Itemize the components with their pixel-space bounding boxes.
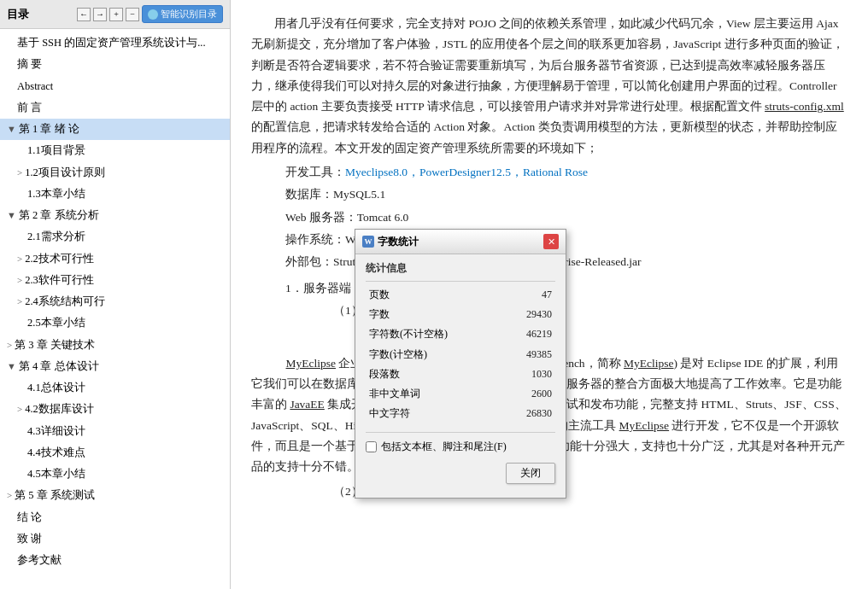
stat-label: 字符数(不计空格) [366, 324, 503, 344]
tree-toggle: > [17, 167, 22, 178]
stat-label: 字数(计空格) [366, 345, 503, 364]
stat-label: 中文字符 [366, 404, 503, 423]
dialog-body: 统计信息 页数 47 字数 29430 字符数(不计空格) 46219 字数(计… [355, 254, 566, 498]
tree-item-label: 结 论 [17, 511, 42, 523]
sidebar-title: 目录 [7, 7, 29, 22]
sidebar-item-item-ch5[interactable]: >第 5 章 系统测试 [0, 485, 230, 506]
dialog-close-x-button[interactable]: ✕ [543, 234, 559, 249]
sidebar-item-item-ch2-1[interactable]: 2.1需求分析 [0, 226, 230, 248]
sidebar-item-item-ch4-1[interactable]: 4.1总体设计 [0, 377, 230, 399]
dialog-close-button[interactable]: 关闭 [506, 463, 555, 484]
smart-btn-label: 智能识别目录 [161, 8, 217, 20]
tree-item-label: 2.2技术可行性 [25, 253, 94, 265]
tree-toggle: > [17, 296, 22, 306]
ctrl-right[interactable]: → [93, 8, 107, 21]
dialog-table-row: 页数 47 [366, 285, 555, 305]
tree-toggle: ▼ [7, 124, 16, 134]
tree-item-label: Abstract [17, 80, 53, 92]
tree-item-label: 4.5本章小结 [27, 468, 85, 480]
tree-toggle: ▼ [7, 361, 16, 371]
tree-item-label: 摘 要 [17, 58, 42, 70]
tree-toggle: > [7, 340, 12, 350]
stat-label: 页数 [366, 285, 503, 305]
sidebar-item-item-ch3[interactable]: >第 3 章 关键技术 [0, 335, 230, 356]
tree-item-label: 致 谢 [17, 533, 42, 545]
sidebar-item-item-ssh[interactable]: 基于 SSH 的固定资产管理系统设计与... [0, 32, 230, 54]
tree-item-label: 2.1需求分析 [27, 230, 85, 242]
tree-item-label: 第 5 章 系统测试 [15, 489, 95, 501]
tree-item-label: 1.1项目背景 [27, 144, 85, 156]
sidebar-item-item-ch2[interactable]: ▼第 2 章 系统分析 [0, 205, 230, 226]
sidebar-item-item-thanks[interactable]: 致 谢 [0, 528, 230, 550]
tree-toggle: > [17, 275, 22, 285]
sidebar-item-item-ch4[interactable]: ▼第 4 章 总体设计 [0, 356, 230, 377]
sidebar-item-item-ch1[interactable]: ▼第 1 章 绪 论 [0, 119, 230, 140]
sidebar-controls: ← → + − 智能识别目录 [77, 5, 223, 23]
sidebar-item-item-ch1-2[interactable]: >1.2项目设计原则 [0, 162, 230, 184]
sidebar-item-item-abstract-cn[interactable]: 摘 要 [0, 54, 230, 75]
dialog-table-row: 非中文单词 2600 [366, 384, 555, 404]
checkbox-label: 包括文本框、脚注和尾注(F) [381, 440, 507, 454]
dialog-table-row: 字数 29430 [366, 305, 555, 324]
dialog-section-label: 统计信息 [366, 261, 555, 276]
tree-item-label: 4.3详细设计 [27, 425, 85, 437]
myeclipse-link1: MyEclipse [286, 357, 337, 370]
tree-item-label: 第 3 章 关键技术 [15, 339, 95, 351]
tree-toggle: > [7, 490, 12, 500]
sidebar-item-item-abstract-en[interactable]: Abstract [0, 76, 230, 97]
sidebar-item-item-ch4-4[interactable]: 4.4技术难点 [0, 442, 230, 464]
smart-icon [148, 9, 158, 20]
sidebar: 目录 ← → + − 智能识别目录 基于 SSH 的固定资产管理系统设计与...… [0, 0, 231, 589]
sidebar-item-item-conclusion[interactable]: 结 论 [0, 507, 230, 528]
smart-toc-btn[interactable]: 智能识别目录 [142, 5, 223, 23]
dialog-checkbox-row: 包括文本框、脚注和尾注(F) [366, 440, 555, 454]
stat-value: 47 [503, 285, 555, 305]
sidebar-item-item-preface[interactable]: 前 言 [0, 97, 230, 119]
dialog-icon: W [362, 236, 374, 248]
dialog-footer: 关闭 [366, 463, 555, 491]
sidebar-item-item-ch4-2[interactable]: >4.2数据库设计 [0, 399, 230, 420]
stat-value: 2600 [503, 384, 555, 404]
javaee-link: JavaEE [290, 398, 324, 411]
sidebar-item-item-ch4-3[interactable]: 4.3详细设计 [0, 421, 230, 442]
sidebar-item-item-ch4-5[interactable]: 4.5本章小结 [0, 464, 230, 485]
sidebar-item-item-ch1-1[interactable]: 1.1项目背景 [0, 140, 230, 161]
tree-toggle: > [17, 254, 22, 264]
sidebar-item-item-refs[interactable]: 参考文献 [0, 550, 230, 571]
stat-label: 段落数 [366, 364, 503, 384]
dialog-table-row: 字符数(不计空格) 46219 [366, 324, 555, 344]
stat-value: 26830 [503, 404, 555, 423]
tree-toggle: ▼ [7, 210, 16, 220]
include-textbox-checkbox[interactable] [366, 441, 377, 452]
tree-item-label: 基于 SSH 的固定资产管理系统设计与... [17, 37, 206, 49]
ctrl-left[interactable]: ← [77, 8, 91, 21]
stat-label: 非中文单词 [366, 384, 503, 404]
tree-item-label: 2.3软件可行性 [25, 274, 94, 286]
tree-item-label: 4.2数据库设计 [25, 403, 94, 415]
word-count-dialog: W 字数统计 ✕ 统计信息 页数 47 字数 29430 字符数(不计空格) 4… [355, 229, 566, 499]
myeclipse-link3: MyEclipse [624, 357, 674, 370]
ctrl-plus[interactable]: + [109, 8, 123, 21]
sidebar-item-item-ch2-2[interactable]: >2.2技术可行性 [0, 248, 230, 270]
tools-label: 开发工具：Myeclipse8.0，PowerDesigner12.5，Rati… [285, 162, 847, 183]
sidebar-item-item-ch2-3[interactable]: >2.3软件可行性 [0, 270, 230, 291]
tree-item-label: 前 言 [17, 102, 42, 114]
tree-item-label: 4.1总体设计 [27, 382, 85, 394]
dialog-titlebar: W 字数统计 ✕ [355, 230, 566, 254]
myeclipse-link4: MyEclipse [619, 419, 670, 432]
tree-toggle: > [17, 404, 22, 414]
tree-item-label: 第 1 章 绪 论 [19, 123, 79, 135]
struts-config-link: struts-config.xml [765, 100, 844, 113]
sidebar-item-item-ch1-3[interactable]: 1.3本章小结 [0, 184, 230, 205]
stat-value: 49385 [503, 345, 555, 364]
sidebar-tree: 基于 SSH 的固定资产管理系统设计与...摘 要Abstract前 言▼第 1… [0, 29, 230, 589]
tree-item-label: 第 2 章 系统分析 [19, 209, 99, 221]
web-label: Web 服务器：Tomcat 6.0 [285, 207, 847, 228]
tree-item-label: 2.4系统结构可行 [25, 295, 105, 307]
dialog-title-text: 字数统计 [378, 235, 419, 249]
sidebar-item-item-ch2-4[interactable]: >2.4系统结构可行 [0, 291, 230, 312]
sidebar-item-item-ch2-5[interactable]: 2.5本章小结 [0, 312, 230, 334]
ctrl-minus[interactable]: − [126, 8, 139, 21]
dialog-title-left: W 字数统计 [362, 235, 419, 249]
db-label: 数据库：MySQL5.1 [285, 184, 847, 205]
